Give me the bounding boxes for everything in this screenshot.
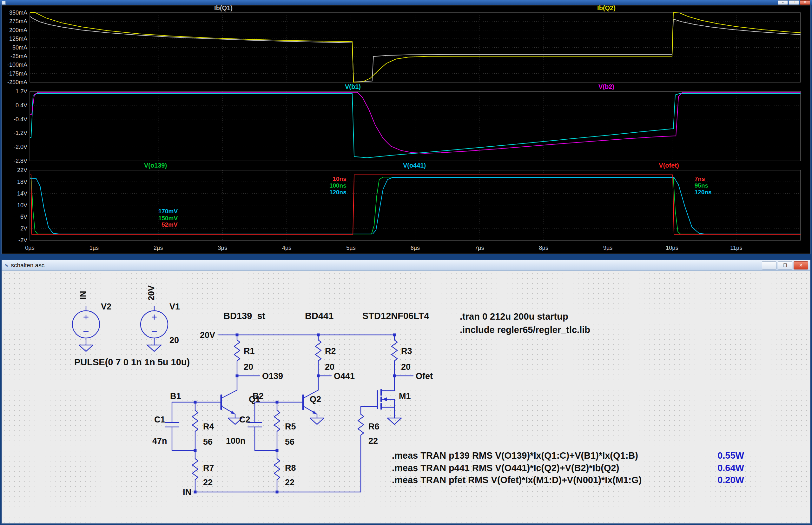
pane-border	[30, 91, 800, 161]
net-label-o139[interactable]: O139	[262, 371, 283, 381]
app-close-button[interactable]: ✕	[800, 0, 810, 5]
trace-label[interactable]: V(ofet)	[659, 162, 679, 169]
label-r2-name[interactable]: R2	[325, 346, 336, 356]
annotation: 7ns	[694, 176, 705, 182]
net-label-20v-v1[interactable]: 20V	[147, 285, 156, 301]
header-bd139[interactable]: BD139_st	[224, 311, 265, 321]
app-icon	[2, 1, 6, 5]
waveform-plot[interactable]: 350mA275mA200mA125mA50mA-25mA-100mA-175m…	[2, 5, 810, 254]
label-r3-name[interactable]: R3	[401, 346, 412, 356]
label-r1-name[interactable]: R1	[244, 346, 255, 356]
waveform-window[interactable]: 350mA275mA200mA125mA50mA-25mA-100mA-175m…	[2, 5, 810, 254]
label-r4-value[interactable]: 56	[203, 437, 213, 447]
label-q2-name[interactable]: Q2	[310, 394, 321, 404]
y-tick-label: -250mA	[7, 79, 27, 85]
resistor-R2[interactable]	[316, 335, 321, 376]
app-minimize-button[interactable]: –	[778, 0, 788, 5]
meas-p139-text[interactable]: .meas TRAN p139 RMS V(O139)*Ix(Q1:C)+V(B…	[392, 450, 638, 461]
label-r6-name[interactable]: R6	[368, 422, 380, 431]
y-tick-label: 18V	[17, 179, 27, 185]
app-restore-button[interactable]: ❐	[789, 0, 799, 5]
x-tick-label: 8µs	[539, 245, 548, 251]
label-m1-name[interactable]: M1	[399, 391, 411, 401]
label-c1-value[interactable]: 47n	[152, 436, 167, 446]
schematic-window-controls: – ❐ ✕	[762, 261, 808, 269]
label-r7-value[interactable]: 22	[203, 478, 213, 487]
label-r7-name[interactable]: R7	[203, 463, 214, 472]
capacitor-C2[interactable]	[248, 402, 277, 450]
net-label-ofet[interactable]: Ofet	[416, 371, 433, 381]
y-tick-label: -0.4V	[14, 116, 27, 122]
trace-label[interactable]: V(b1)	[345, 83, 361, 90]
schematic-titlebar[interactable]: ∿ schalten.asc – ❐ ✕	[2, 260, 810, 271]
resistor-R6[interactable]	[358, 407, 364, 492]
label-r5-name[interactable]: R5	[285, 422, 296, 431]
label-c2-name[interactable]: C2	[239, 415, 250, 424]
label-q1-name[interactable]: Q1	[249, 394, 260, 404]
y-tick-label: 2V	[20, 225, 27, 232]
y-tick-label: 0.4V	[16, 102, 27, 108]
y-tick-label: 1.2V	[16, 88, 27, 94]
meas-p441-text[interactable]: .meas TRAN p441 RMS V(O441)*Ic(Q2)+V(B2)…	[392, 463, 619, 473]
net-label-in-bottom[interactable]: IN	[183, 487, 191, 497]
x-tick-label: 7µs	[475, 245, 484, 251]
label-c2-value[interactable]: 100n	[226, 436, 246, 446]
resistor-R3[interactable]	[392, 335, 397, 376]
y-tick-label: 200mA	[9, 27, 27, 33]
directive-tran[interactable]: .tran 0 212u 200u startup	[460, 311, 568, 321]
trace-label[interactable]: Ib(Q2)	[597, 5, 616, 12]
y-tick-label: 22V	[17, 167, 27, 173]
resistor-R5[interactable]	[274, 402, 280, 450]
trace-label[interactable]: V(o139)	[144, 162, 167, 169]
label-r3-value[interactable]: 20	[401, 362, 411, 372]
app-titlebar: – ❐ ✕	[0, 0, 812, 5]
directive-include[interactable]: .include regler65/regler_tlc.lib	[460, 325, 590, 335]
ground-icon	[147, 345, 161, 351]
label-c1-name[interactable]: C1	[154, 415, 165, 424]
resistor-R4[interactable]	[192, 402, 198, 450]
voltage-source-V1[interactable]	[141, 306, 168, 351]
resistor-R7[interactable]	[192, 450, 198, 492]
label-r1-value[interactable]: 20	[244, 362, 253, 372]
label-r2-value[interactable]: 20	[325, 362, 335, 372]
header-bd441[interactable]: BD441	[305, 311, 334, 321]
net-label-in-v2[interactable]: IN	[78, 291, 88, 300]
net-label-o441[interactable]: O441	[334, 371, 355, 381]
label-r8-value[interactable]: 22	[285, 478, 294, 487]
annotation: 10ns	[333, 176, 346, 182]
trace-label[interactable]: Ib(Q1)	[214, 5, 233, 12]
label-r8-name[interactable]: R8	[285, 463, 296, 472]
x-tick-label: 6µs	[411, 245, 420, 251]
label-v1-name[interactable]: V1	[169, 302, 180, 311]
nmos-transistor-M1[interactable]	[361, 376, 401, 424]
y-tick-label: -1.2V	[14, 130, 27, 136]
schematic-close-button[interactable]: ✕	[794, 261, 808, 269]
label-v1-value[interactable]: 20	[169, 335, 179, 345]
label-pulse-spec[interactable]: PULSE(0 7 0 1n 1n 5u 10u)	[74, 357, 190, 367]
label-r6-value[interactable]: 22	[368, 436, 378, 446]
schematic-restore-button[interactable]: ❐	[778, 261, 792, 269]
y-tick-label: -25mA	[11, 53, 27, 59]
net-label-rail[interactable]: 20V	[200, 330, 215, 340]
net-label-b1[interactable]: B1	[170, 391, 181, 401]
annotation: 95ns	[694, 182, 708, 189]
label-r5-value[interactable]: 56	[285, 437, 294, 447]
header-std12nf06lt4[interactable]: STD12NF06LT4	[362, 311, 429, 321]
label-r4-name[interactable]: R4	[203, 422, 214, 431]
label-v2-name[interactable]: V2	[101, 302, 111, 311]
annotation: 100ns	[330, 182, 347, 189]
schematic-minimize-button[interactable]: –	[762, 261, 777, 269]
meas-pfet-text[interactable]: .meas TRAN pfet RMS V(Ofet)*Ix(M1:D)+V(N…	[392, 475, 642, 485]
annotation: 120ns	[330, 189, 347, 196]
resistor-R1[interactable]	[234, 335, 240, 376]
voltage-source-V2[interactable]	[72, 306, 99, 351]
capacitor-C1[interactable]	[165, 402, 195, 450]
y-tick-label: 14V	[17, 191, 27, 197]
resistor-R8[interactable]	[274, 450, 280, 492]
trace-label[interactable]: V(o441)	[403, 162, 426, 169]
schematic-canvas[interactable]: IN V2 20V V1 20 PULSE(0 7 0 1n 1n 5u 10u…	[2, 271, 810, 523]
ground-icon	[387, 418, 401, 424]
trace-label[interactable]: V(b2)	[598, 83, 614, 90]
annotation: 170mV	[158, 208, 178, 214]
x-tick-label: 5µs	[346, 245, 355, 251]
